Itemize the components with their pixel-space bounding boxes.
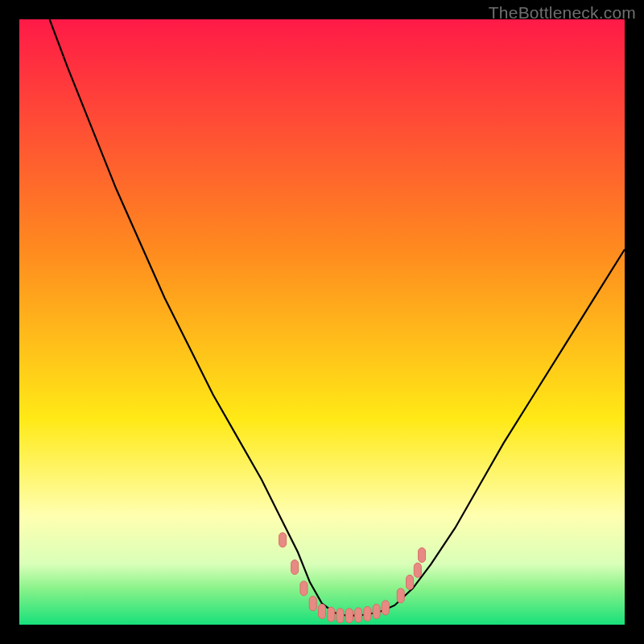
watermark-text: TheBottleneck.com (489, 3, 636, 23)
plot-area (19, 19, 625, 625)
chart-frame: TheBottleneck.com (0, 0, 644, 644)
chart-canvas (19, 19, 625, 625)
